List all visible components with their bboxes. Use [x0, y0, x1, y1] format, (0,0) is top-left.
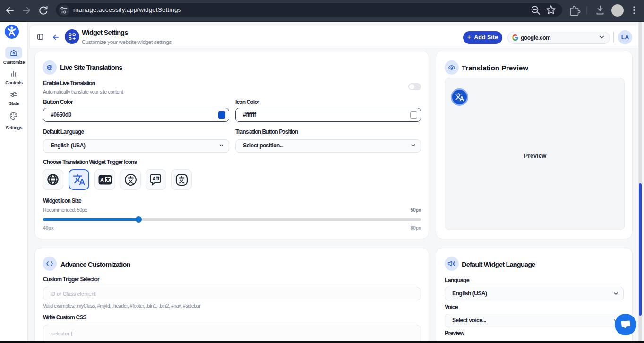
svg-text:A: A	[152, 176, 156, 181]
svg-text:A: A	[100, 177, 104, 183]
